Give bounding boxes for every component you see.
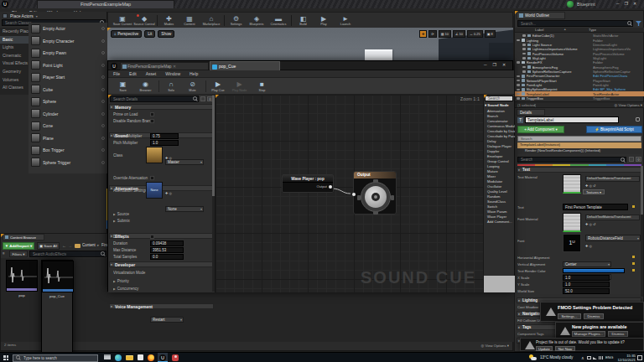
visibility-eye-icon[interactable] bbox=[517, 84, 520, 86]
category-tab[interactable]: Volumes bbox=[0, 76, 29, 85]
save-all-button[interactable]: ▣ Save All bbox=[37, 242, 60, 250]
add-import-button[interactable]: ▼ Add/Import ▾ bbox=[3, 242, 34, 250]
placeable-actor-item[interactable]: Sphere bbox=[29, 96, 107, 108]
display-tray-icon[interactable] bbox=[587, 356, 591, 359]
snap-setting[interactable]: ▣ 8 bbox=[485, 30, 496, 38]
snap-setting[interactable]: ▦ 10 bbox=[439, 30, 451, 38]
visibility-eye-icon[interactable] bbox=[517, 93, 520, 96]
weather-status[interactable]: 13°C Mostly cloudy bbox=[540, 355, 579, 359]
asset-tools-icons[interactable]: ✚ ◎ ↺ bbox=[585, 222, 595, 226]
cue-toolbar-button[interactable]: ▣ Save bbox=[112, 80, 134, 92]
modified-marker[interactable] bbox=[632, 205, 635, 208]
display-filter-icon[interactable]: ◎ bbox=[636, 157, 641, 162]
y-scale-field[interactable]: 1.0 bbox=[563, 282, 610, 287]
visibility-eye-icon[interactable] bbox=[522, 57, 526, 59]
visibility-eye-icon[interactable] bbox=[517, 80, 520, 82]
horizontal-alignment-dropdown[interactable]: Center bbox=[563, 261, 611, 267]
outliner-row[interactable]: TriggerBox TriggerBox bbox=[515, 96, 644, 101]
toolbar-button[interactable]: ▣ Save Current bbox=[112, 15, 133, 26]
asset-tools-icons[interactable]: ✚ ◎ bbox=[165, 191, 172, 195]
unreal-engine-taskbar-icon[interactable]: U bbox=[158, 353, 168, 362]
material-name[interactable]: DefaultTextMaterialTranslucent bbox=[585, 215, 640, 220]
placeable-actor-item[interactable]: Cylinder bbox=[29, 108, 107, 121]
placeable-actor-item[interactable]: Plane bbox=[29, 132, 107, 145]
plugins-dismiss-button[interactable]: Dismiss bbox=[608, 331, 628, 337]
category-tab[interactable]: Geometry bbox=[0, 68, 29, 76]
language-indicator[interactable]: ENG bbox=[605, 355, 614, 359]
toolbar-button[interactable]: ▦ Content bbox=[179, 15, 200, 26]
world-size-field[interactable]: 52.0 bbox=[563, 288, 610, 294]
asset-tools-icons[interactable]: ✚ ◎ bbox=[585, 244, 592, 248]
menu-item[interactable]: File bbox=[113, 71, 120, 76]
cue-toolbar-button[interactable]: ■ Stop bbox=[251, 80, 273, 92]
category-tab[interactable]: All Classes bbox=[0, 84, 29, 92]
effects-source-row[interactable]: ▶Source bbox=[113, 212, 164, 216]
material-thumbnail[interactable] bbox=[563, 174, 581, 194]
cue-tab-map[interactable]: FirstPersonExampleMap ✕ bbox=[120, 62, 209, 70]
palette-section-header[interactable]: ▾ Sound Node bbox=[485, 103, 514, 107]
disable-random-checkbox[interactable] bbox=[150, 119, 154, 123]
attenuation-thumbnail[interactable]: None bbox=[146, 182, 163, 199]
cue-toolbar-button[interactable]: ⊘ Mute bbox=[181, 80, 204, 92]
content-search-input[interactable]: Search AudioEffects bbox=[29, 251, 106, 257]
section-memory[interactable]: Memory bbox=[109, 104, 214, 110]
section-text[interactable]: Text bbox=[517, 167, 641, 173]
effects-submix-row[interactable]: ▶Submix bbox=[113, 219, 164, 223]
viewport-lit-button[interactable]: Lit bbox=[144, 30, 155, 38]
toolbar-button[interactable]: ▶ Play bbox=[313, 15, 335, 26]
not-now-button[interactable]: Not Now bbox=[555, 346, 575, 351]
font-dropdown[interactable]: RobotoDistanceField bbox=[585, 235, 641, 241]
cue-details-search-input[interactable]: Search Details bbox=[110, 96, 199, 102]
blueprint-add-script-button[interactable]: ⚡ Blueprint/Add Script bbox=[586, 126, 642, 133]
viewport-show-button[interactable]: Show bbox=[158, 30, 174, 38]
nav-forward-icon[interactable]: → bbox=[68, 243, 72, 248]
category-tab[interactable]: Basic bbox=[0, 36, 29, 44]
list-sources-icon[interactable]: ≡ bbox=[3, 251, 8, 256]
cue-toolbar-button[interactable]: ▶ Play Cue bbox=[205, 80, 228, 92]
filters-button[interactable]: Filters ▾ bbox=[9, 251, 28, 257]
taskbar-search-input[interactable]: Type here to search bbox=[13, 354, 98, 362]
cue-toolbar-button[interactable]: ∩ Solo bbox=[158, 80, 181, 92]
modified-marker[interactable] bbox=[632, 269, 635, 272]
palette-node-item[interactable]: Add Comment... bbox=[484, 220, 515, 225]
visibility-eye-icon[interactable] bbox=[522, 44, 526, 46]
cue-details-scrollbar[interactable] bbox=[212, 96, 215, 292]
maximize-button[interactable]: ❐ bbox=[625, 1, 628, 6]
cue-toolbar-button[interactable]: ◉ Browser bbox=[134, 80, 157, 92]
update-button[interactable]: Update bbox=[536, 346, 553, 351]
output-pin[interactable] bbox=[329, 185, 332, 189]
wave-player-node[interactable]: Wave Player : pop Output bbox=[282, 174, 334, 193]
lock-icon[interactable] bbox=[636, 117, 640, 122]
toolbar-button[interactable]: ◧ Build bbox=[291, 15, 313, 26]
material-thumbnail[interactable] bbox=[563, 213, 581, 232]
column-header-label[interactable]: Label bbox=[535, 28, 544, 32]
menu-item[interactable]: Window bbox=[165, 71, 180, 76]
component-row-instance[interactable]: TemplateLabel(Instance) bbox=[517, 142, 641, 148]
palette-search-input[interactable]: Search bbox=[485, 96, 513, 101]
manage-plugins-button[interactable]: Manage Plugins... bbox=[572, 331, 605, 337]
x-scale-field[interactable]: 1.0 bbox=[563, 275, 610, 281]
grid-view-icon[interactable] bbox=[200, 96, 205, 101]
asset-item[interactable]: pop_Cue bbox=[41, 260, 73, 362]
details-scrollbar[interactable] bbox=[641, 166, 643, 297]
transform-tool-icon[interactable]: ✥ bbox=[419, 30, 427, 38]
sound-cue-graph[interactable]: Zoom 1:1 Wave Player : pop Output Output… bbox=[216, 95, 483, 292]
category-tab[interactable]: Cinematic bbox=[0, 52, 29, 60]
firefox-browser-icon[interactable] bbox=[148, 354, 154, 361]
cb-view-options[interactable]: ◎ View Options ▾ bbox=[480, 344, 509, 348]
visibility-eye-icon[interactable] bbox=[517, 97, 520, 100]
category-tab[interactable]: Recently Placed bbox=[0, 28, 29, 36]
minimize-button[interactable]: ─ bbox=[616, 1, 620, 6]
edge-browser-icon[interactable] bbox=[115, 354, 122, 361]
mail-app-icon[interactable] bbox=[104, 354, 111, 359]
placeable-actor-item[interactable]: Empty Character bbox=[29, 35, 107, 48]
cue-tab-pop-cue[interactable]: pop_Cue bbox=[210, 61, 280, 70]
menu-item[interactable]: Help bbox=[190, 71, 198, 76]
section-developer[interactable]: Developer bbox=[109, 261, 214, 267]
visibility-eye-icon[interactable] bbox=[517, 61, 520, 64]
components-search-input[interactable]: Search bbox=[517, 136, 641, 142]
start-button[interactable] bbox=[3, 355, 8, 360]
placeable-actor-item[interactable]: Cube bbox=[29, 84, 107, 96]
actor-name-field[interactable]: TemplateLabel bbox=[525, 116, 619, 123]
rotate-tool-icon[interactable]: ⟳ bbox=[428, 30, 436, 38]
